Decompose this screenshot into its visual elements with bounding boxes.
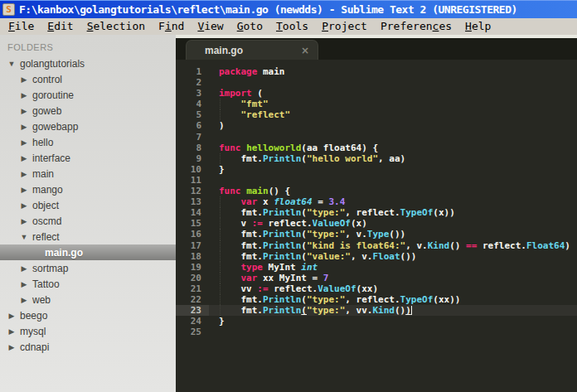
code-line[interactable]: 14 fmt.Println("type:", reflect.TypeOf(x… [176, 207, 577, 218]
sidebar-item-beego[interactable]: ▶beego [0, 307, 176, 323]
menu-item-view[interactable]: View [191, 18, 230, 35]
text-cursor [411, 306, 412, 315]
menu-item-selection[interactable]: Selection [80, 18, 152, 35]
code-line[interactable]: 9 fmt.Println("hello world", aa) [176, 153, 577, 164]
menu-bar: FileEditSelectionFindViewGotoToolsProjec… [0, 18, 577, 35]
folder-collapsed-icon[interactable]: ▶ [20, 75, 28, 84]
folder-collapsed-icon[interactable]: ▶ [20, 91, 28, 99]
folder-collapsed-icon[interactable]: ▶ [20, 217, 28, 225]
tree-item-label: hello [32, 137, 53, 148]
code-line[interactable]: 16 fmt.Println("type:", v.Type()) [176, 229, 577, 240]
sidebar-item-reflect[interactable]: ▼reflect [0, 229, 176, 244]
code-line[interactable]: 3import ( [176, 88, 577, 99]
code-line[interactable]: 21 vv := reflect.ValueOf(xx) [176, 283, 577, 294]
line-number: 18 [176, 251, 209, 262]
sidebar-item-goroutine[interactable]: ▶goroutine [0, 87, 176, 103]
code-line[interactable]: 5 "reflect" [176, 109, 577, 120]
sidebar-item-mango[interactable]: ▶mango [0, 181, 176, 197]
menu-item-find[interactable]: Find [152, 18, 191, 35]
code-line-text: fmt.Println("type:", vv.Kind()) [209, 305, 412, 316]
tree-item-label: sortmap [32, 263, 68, 274]
folder-expanded-icon[interactable]: ▼ [20, 233, 28, 241]
sidebar-item-goweb[interactable]: ▶goweb [0, 103, 176, 119]
sidebar-item-hello[interactable]: ▶hello [0, 134, 176, 150]
code-line[interactable]: 18 fmt.Println("value:", v.Float()) [176, 251, 577, 262]
folder-collapsed-icon[interactable]: ▶ [20, 264, 28, 273]
tree-item-label: main.go [45, 247, 83, 259]
code-view[interactable]: 1package main23import (4 "fmt"5 "reflect… [176, 60, 577, 392]
code-line-text: "fmt" [209, 99, 269, 109]
code-line[interactable]: 7 [176, 132, 577, 143]
sidebar-item-oscmd[interactable]: ▶oscmd [0, 213, 176, 229]
code-line-text: ) [209, 120, 225, 131]
sidebar-item-tattoo[interactable]: ▶Tattoo [0, 276, 176, 292]
sidebar-item-golangtutorials[interactable]: ▼golangtutorials [0, 56, 176, 71]
code-line[interactable]: 15 v := reflect.ValueOf(x) [176, 218, 577, 229]
code-line[interactable]: 22 fmt.Println("type:", reflect.TypeOf(x… [176, 294, 577, 305]
sidebar-item-gowebapp[interactable]: ▶gowebapp [0, 119, 176, 134]
tab-main-go[interactable]: main.go × [186, 40, 318, 60]
code-line[interactable]: 13 var x float64 = 3.4 [176, 196, 577, 207]
code-line-text: func main() { [209, 186, 290, 196]
code-line[interactable]: 4 "fmt" [176, 99, 577, 109]
code-line-text [209, 175, 219, 186]
folder-collapsed-icon[interactable]: ▶ [20, 280, 28, 288]
code-line[interactable]: 12func main() { [176, 186, 577, 196]
code-line[interactable]: 10} [176, 164, 577, 175]
code-line[interactable]: 1package main [176, 66, 577, 77]
folder-collapsed-icon[interactable]: ▶ [20, 296, 28, 304]
menu-item-goto[interactable]: Goto [230, 18, 269, 35]
folder-collapsed-icon[interactable]: ▶ [20, 201, 28, 210]
code-line-text [209, 132, 219, 143]
menu-item-help[interactable]: Help [458, 18, 497, 35]
code-line[interactable]: 8func helloworld(aa float64) { [176, 143, 577, 153]
code-line[interactable]: 6) [176, 120, 577, 131]
folder-collapsed-icon[interactable]: ▶ [20, 107, 28, 115]
code-line[interactable]: 23 fmt.Println("type:", vv.Kind()) [176, 305, 577, 316]
folder-expanded-icon[interactable]: ▼ [7, 60, 16, 68]
folder-collapsed-icon[interactable]: ▶ [7, 312, 16, 320]
menu-item-file[interactable]: File [2, 18, 41, 35]
code-line-text [209, 327, 219, 337]
code-line[interactable]: 11 [176, 175, 577, 186]
sidebar-item-sortmap[interactable]: ▶sortmap [0, 260, 176, 276]
folder-collapsed-icon[interactable]: ▶ [7, 327, 16, 336]
folder-collapsed-icon[interactable]: ▶ [7, 343, 16, 351]
sidebar-item-interface[interactable]: ▶interface [0, 150, 176, 166]
sidebar-item-cdnapi[interactable]: ▶cdnapi [0, 339, 176, 355]
folder-collapsed-icon[interactable]: ▶ [20, 154, 28, 162]
tree-item-label: mango [32, 184, 63, 196]
menu-item-preferences[interactable]: Preferences [374, 18, 458, 35]
code-line[interactable]: 25 [176, 327, 577, 337]
code-line[interactable]: 24} [176, 316, 577, 327]
folder-collapsed-icon[interactable]: ▶ [20, 138, 28, 147]
file-item-main-go[interactable]: main.go [0, 244, 176, 260]
folder-collapsed-icon[interactable]: ▶ [20, 186, 28, 194]
code-line-text: fmt.Println("hello world", aa) [209, 153, 405, 164]
tree-item-label: interface [32, 152, 70, 164]
sidebar-item-object[interactable]: ▶object [0, 197, 176, 213]
editor-area[interactable]: main.go × 1package main23import (4 "fmt"… [176, 35, 577, 392]
sublime-text-window: S F:\kanbox\golangtutorials\reflect\main… [0, 0, 577, 392]
code-line[interactable]: 2 [176, 77, 577, 88]
menu-item-edit[interactable]: Edit [41, 18, 80, 35]
sidebar-item-web[interactable]: ▶web [0, 292, 176, 307]
code-line[interactable]: 19 type MyInt int [176, 262, 577, 273]
sidebar-item-control[interactable]: ▶control [0, 71, 176, 87]
line-number: 21 [176, 283, 209, 294]
code-line-text: var xx MyInt = 7 [209, 273, 328, 283]
tree-item-label: control [32, 74, 62, 85]
menu-item-project[interactable]: Project [315, 18, 374, 35]
tree-item-label: goweb [32, 105, 61, 117]
tab-label: main.go [205, 45, 301, 56]
folder-tree: ▼golangtutorials▶control▶goroutine▶goweb… [0, 56, 176, 355]
tab-close-icon[interactable]: × [301, 46, 309, 56]
menu-item-tools[interactable]: Tools [269, 18, 315, 35]
sidebar-item-mysql[interactable]: ▶mysql [0, 323, 176, 339]
folder-collapsed-icon[interactable]: ▶ [20, 123, 28, 131]
code-line[interactable]: 17 fmt.Println("kind is float64:", v.Kin… [176, 240, 577, 251]
sidebar-item-main[interactable]: ▶main [0, 166, 176, 181]
folder-collapsed-icon[interactable]: ▶ [20, 170, 28, 178]
window-title: F:\kanbox\golangtutorials\reflect\main.g… [19, 1, 517, 19]
code-line[interactable]: 20 var xx MyInt = 7 [176, 273, 577, 283]
